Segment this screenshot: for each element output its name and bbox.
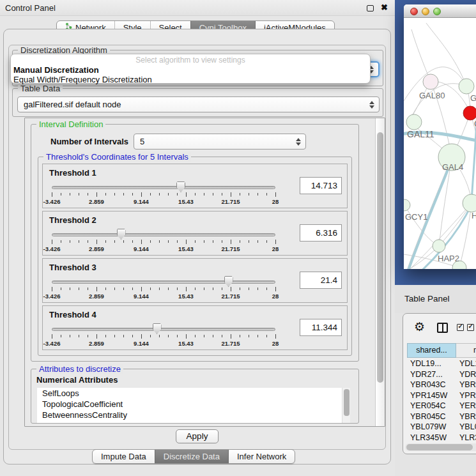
tab-discretize-data[interactable]: Discretize Data xyxy=(155,450,228,463)
tab-impute-data[interactable]: Impute Data xyxy=(93,450,155,463)
list-item[interactable]: TopologicalCoefficient xyxy=(37,399,350,410)
tick-label: 21.715 xyxy=(221,245,240,252)
slider-track[interactable] xyxy=(52,280,275,284)
close-icon[interactable]: ✖ xyxy=(381,3,388,12)
tick-mark xyxy=(213,193,213,196)
cell-shared-name: YDR27... xyxy=(410,370,443,379)
tab-infer-network[interactable]: Infer Network xyxy=(228,450,295,463)
tick-label: 2.859 xyxy=(89,293,104,300)
threshold-slider[interactable]: -3.4262.8599.14415.4321.71528 xyxy=(52,323,275,349)
slider-track[interactable] xyxy=(52,186,275,189)
threshold-slider[interactable]: -3.4262.8599.14415.4321.71528 xyxy=(52,229,275,254)
table-panel-bar: Table Panel xyxy=(395,285,476,313)
table-header: shared... n xyxy=(403,343,476,358)
threshold-slider[interactable]: -3.4262.8599.14415.4321.71528 xyxy=(52,181,275,207)
apply-button[interactable]: Apply xyxy=(176,429,219,443)
tick-label: -3.426 xyxy=(43,340,61,347)
tick-mark xyxy=(249,240,249,243)
node-label-gal4: GAL4 xyxy=(442,162,463,172)
network-node-pink[interactable] xyxy=(423,74,438,89)
table-row[interactable]: YER054CYER0 xyxy=(403,401,476,412)
tick-mark xyxy=(70,335,70,337)
network-node-green[interactable] xyxy=(406,114,422,130)
cell-shared-name: YER054C xyxy=(410,401,446,410)
tick-mark xyxy=(240,335,240,337)
threshold-value-field[interactable]: 14.713 xyxy=(300,177,342,194)
slider-thumb[interactable] xyxy=(153,323,162,334)
network-node-green[interactable] xyxy=(463,194,476,212)
numerical-attributes-label: Numerical Attributes xyxy=(36,375,118,385)
combo-arrows-icon xyxy=(369,101,374,109)
tick-mark xyxy=(141,240,142,244)
threshold-value-field[interactable]: 21.4 xyxy=(300,272,342,289)
scrollbar-thumb[interactable] xyxy=(344,389,349,416)
node-label-hap2: HAP2 xyxy=(438,254,459,263)
tick-mark xyxy=(96,192,97,197)
gear-icon[interactable]: ⚙ xyxy=(414,319,425,334)
list-item[interactable]: SelfLoops xyxy=(37,388,350,399)
dropdown-option-manual-discretization[interactable]: Manual Discretization xyxy=(11,65,370,75)
list-scrollbar[interactable] xyxy=(342,388,350,423)
cell-shared-name: YDL19... xyxy=(410,359,441,368)
number-of-intervals-combobox[interactable]: 5 xyxy=(134,134,306,150)
table-row[interactable]: YBL079WYBL0 xyxy=(403,422,476,433)
slider-ticks xyxy=(52,192,275,197)
zoom-traffic-light-icon[interactable] xyxy=(433,8,441,15)
minimize-traffic-light-icon[interactable] xyxy=(422,8,429,15)
tick-mark xyxy=(257,288,258,290)
threshold-slider[interactable]: -3.4262.8599.14415.4321.71528 xyxy=(52,276,275,302)
slider-thumb[interactable] xyxy=(176,181,185,192)
tick-mark xyxy=(132,193,133,196)
dropdown-option-equal-width-frequency[interactable]: Equal Width/Frequency Discretization xyxy=(11,75,370,84)
tick-mark xyxy=(159,335,160,337)
cell-name: YDL1 xyxy=(459,359,476,368)
scrollbar-thumb[interactable] xyxy=(406,444,473,450)
column-header-name[interactable]: n xyxy=(456,343,476,358)
table-row[interactable]: YDL19...YDL1 xyxy=(403,359,476,370)
list-item[interactable]: BetweennessCentrality xyxy=(37,410,350,420)
table-row[interactable]: YDR27...YDR2 xyxy=(403,370,476,381)
tick-label: -3.426 xyxy=(43,293,61,300)
tab-label: Discretize Data xyxy=(164,452,220,461)
network-edge xyxy=(411,29,431,82)
slider-ticks xyxy=(52,287,275,292)
table-row[interactable]: YPR145WYPR1 xyxy=(403,391,476,402)
tick-mark xyxy=(168,193,169,196)
slider-thumb[interactable] xyxy=(224,276,233,287)
tick-mark xyxy=(70,288,70,290)
network-node-green[interactable] xyxy=(459,79,474,94)
checkbox-icon[interactable] xyxy=(457,324,464,331)
scrollbar-thumb[interactable] xyxy=(377,132,383,383)
table-row[interactable]: YBR045CYBR0 xyxy=(403,412,476,423)
threshold-value-field[interactable]: 11.344 xyxy=(300,319,342,336)
float-window-icon[interactable] xyxy=(367,5,374,12)
vertical-scrollbar[interactable] xyxy=(375,118,385,426)
cell-name: YLR3 xyxy=(459,433,476,442)
tick-mark xyxy=(186,192,187,197)
tick-mark xyxy=(266,288,267,290)
network-node-red[interactable] xyxy=(463,106,476,120)
network-edge xyxy=(459,203,472,268)
tick-label: 9.144 xyxy=(134,245,149,252)
close-traffic-light-icon[interactable] xyxy=(410,8,418,15)
table-row[interactable]: YBR043CYBR0 xyxy=(403,380,476,391)
slider-tick-labels: -3.4262.8599.14415.4321.71528 xyxy=(52,198,275,205)
network-node-green[interactable] xyxy=(433,240,445,252)
slider-thumb[interactable] xyxy=(117,229,126,240)
horizontal-scrollbar[interactable] xyxy=(405,443,476,451)
checkbox-icon[interactable] xyxy=(467,324,474,331)
numerical-attributes-list[interactable]: SelfLoopsTopologicalCoefficientBetweenne… xyxy=(37,388,350,423)
tick-mark xyxy=(141,334,142,339)
table-data-combobox[interactable]: galFiltered.sif default node xyxy=(17,96,380,112)
network-canvas[interactable]: GAL80GCGAL11GAL4GCY1HHAP2 xyxy=(404,18,476,269)
tick-mark xyxy=(222,288,222,290)
group-title: Threshold's Coordinates for 5 Intervals xyxy=(43,152,191,162)
tick-label: 2.859 xyxy=(89,198,104,205)
columns-icon[interactable] xyxy=(437,323,448,333)
network-node-green[interactable] xyxy=(404,199,410,211)
slider-track[interactable] xyxy=(52,328,275,331)
slider-track[interactable] xyxy=(52,233,275,236)
column-header-shared[interactable]: shared... xyxy=(407,343,456,358)
threshold-value-field[interactable]: 6.316 xyxy=(300,224,342,242)
table-row[interactable]: YLR345WYLR3 xyxy=(403,433,476,444)
